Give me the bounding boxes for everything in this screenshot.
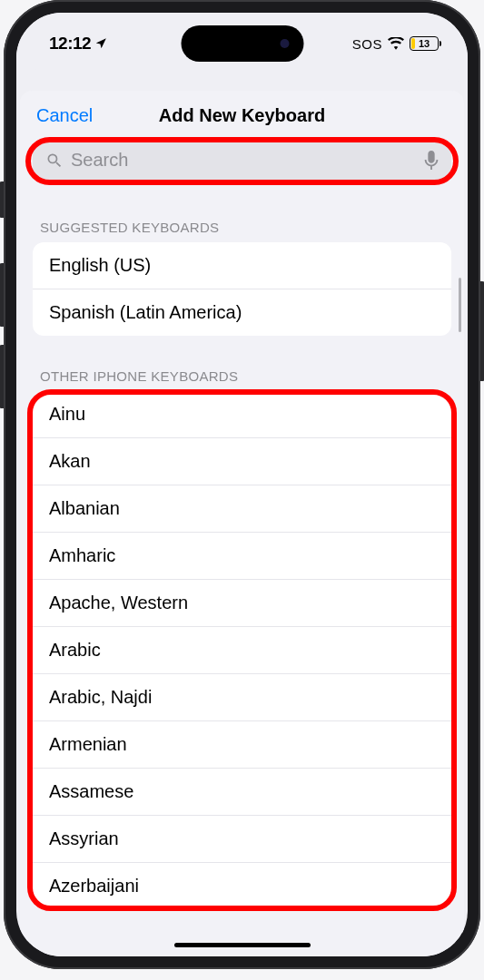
page-title: Add New Keyboard [159,105,325,126]
list-item[interactable]: Ainu [33,391,451,438]
list-item[interactable]: Amharic [33,533,451,580]
cancel-button[interactable]: Cancel [36,105,93,126]
list-item[interactable]: Assyrian [33,816,451,863]
dynamic-island [181,25,303,62]
section-header-other: OTHER IPHONE KEYBOARDS [20,354,464,391]
battery-indicator: 13 [410,36,439,51]
search-input[interactable] [71,150,417,171]
list-item[interactable]: Assamese [33,769,451,816]
home-indicator[interactable] [174,943,311,947]
list-item[interactable]: Albanian [33,485,451,533]
battery-percentage: 13 [419,38,430,49]
microphone-icon[interactable] [424,151,439,171]
suggested-keyboards-list: English (US) Spanish (Latin America) [33,242,451,336]
list-item[interactable]: Arabic [33,627,451,674]
wifi-icon [388,37,404,50]
list-item[interactable]: Apache, Western [33,580,451,627]
navigation-bar: Cancel Add New Keyboard [20,91,464,139]
other-keyboards-list: Ainu Akan Albanian Amharic Apache, Weste… [33,391,451,909]
scroll-indicator[interactable] [459,278,461,332]
list-item[interactable]: Spanish (Latin America) [33,289,451,336]
list-item[interactable]: Azerbaijani [33,863,451,909]
search-field[interactable] [33,141,451,180]
list-item[interactable]: Akan [33,438,451,485]
list-item[interactable]: Arabic, Najdi [33,674,451,721]
sos-indicator: SOS [352,36,382,52]
location-services-icon [94,37,107,50]
status-time: 12:12 [49,34,91,54]
list-item[interactable]: English (US) [33,242,451,289]
section-header-suggested: SUGGESTED KEYBOARDS [20,205,464,242]
battery-fill [411,38,415,49]
list-item[interactable]: Armenian [33,721,451,769]
search-icon [45,152,64,170]
